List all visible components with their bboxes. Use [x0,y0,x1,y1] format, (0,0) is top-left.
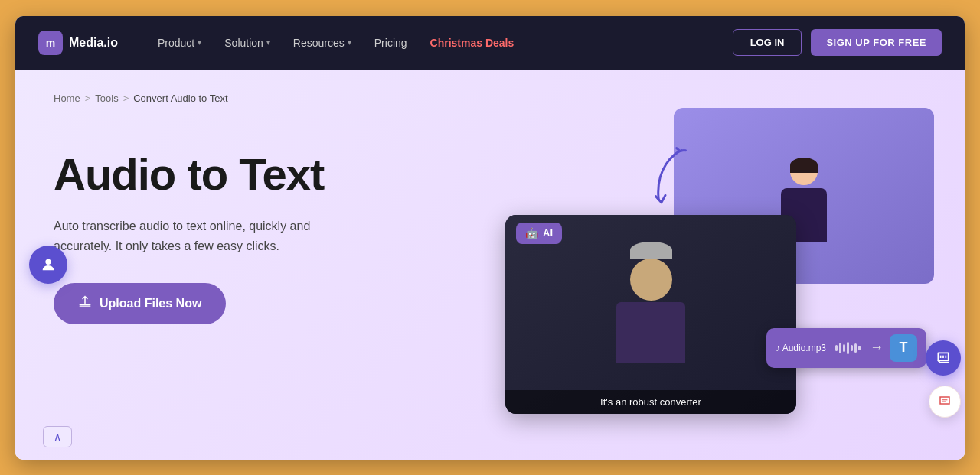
logo-area[interactable]: m Media.io [38,31,118,55]
wave-bar-4 [847,342,849,354]
feedback-button-right[interactable] [929,386,961,418]
svg-rect-1 [80,304,91,306]
nav-items: Product ▾ Solution ▾ Resources ▾ Pricing… [149,31,710,55]
chevron-up-icon: ∧ [54,431,61,443]
chat-bubble-left[interactable] [29,246,67,284]
hero-section: Home > Tools > Convert Audio to Text Aud… [15,70,965,460]
wave-bar-6 [854,343,857,353]
logo-text: Media.io [69,36,118,50]
upload-button-label: Upload Files Now [100,297,201,311]
feedback-icon [938,395,952,408]
wave-bar-2 [839,343,841,353]
breadcrumb: Home > Tools > Convert Audio to Text [54,93,926,104]
logo-icon: m [38,31,63,55]
scroll-down-button[interactable]: ∧ [43,426,72,447]
hero-visual: 🤖 AI It's an robust converter [505,108,934,429]
speaker-body [616,302,685,363]
browser-window: m Media.io Product ▾ Solution ▾ Resource… [15,16,965,460]
nav-item-product[interactable]: Product ▾ [149,31,211,55]
breadcrumb-tools[interactable]: Tools [95,93,118,104]
chat-button-right[interactable] [926,340,961,376]
signup-button[interactable]: SIGN UP FOR FREE [811,29,942,56]
navbar: m Media.io Product ▾ Solution ▾ Resource… [15,16,965,70]
card-main: 🤖 AI It's an robust converter [505,215,796,414]
audio-filename: ♪ Audio.mp3 [776,343,826,353]
breadcrumb-sep2: > [123,93,129,104]
wave-bar-7 [858,346,861,350]
person-hair [790,158,818,173]
login-button[interactable]: LOG IN [733,29,802,56]
svg-rect-2 [80,307,91,308]
chevron-down-icon: ▾ [266,38,270,47]
person-icon [40,256,57,273]
speaker-hair [630,242,672,259]
arrow-right-icon: → [870,340,884,356]
hero-title: Audio to Text [54,150,421,199]
breadcrumb-current: Convert Audio to Text [133,93,227,104]
upload-button[interactable]: Upload Files Now [54,283,226,324]
speaker-figure [616,242,685,363]
wave-bar-1 [835,345,838,351]
svg-point-0 [45,259,51,264]
speaker-head [630,259,672,301]
card-main-visual: 🤖 AI It's an robust converter [505,215,796,414]
chevron-down-icon: ▾ [348,38,351,47]
nav-buttons: LOG IN SIGN UP FOR FREE [733,29,942,56]
speaker-area [505,215,796,390]
text-icon-box: T [890,334,917,362]
upload-icon [78,295,92,312]
breadcrumb-home[interactable]: Home [54,93,80,104]
svg-rect-5 [946,355,947,357]
audio-bar: ♪ Audio.mp3 → T [766,328,926,368]
nav-item-solution[interactable]: Solution ▾ [215,31,279,55]
wave-bar-5 [851,345,853,351]
chevron-down-icon: ▾ [198,38,201,47]
nav-item-pricing[interactable]: Pricing [365,31,416,55]
hero-subtitle: Auto transcribe audio to text online, qu… [54,216,345,255]
nav-item-resources[interactable]: Resources ▾ [284,31,361,55]
breadcrumb-sep1: > [85,93,91,104]
subtitle-text: It's an robust converter [505,390,796,414]
svg-rect-4 [942,355,944,357]
wave-bar-3 [843,344,845,352]
hero-content: Audio to Text Auto transcribe audio to t… [54,150,421,325]
svg-rect-3 [940,355,942,357]
chat-icon [936,350,951,366]
nav-item-christmas[interactable]: Christmas Deals [421,31,524,55]
audio-waveform [832,342,864,354]
